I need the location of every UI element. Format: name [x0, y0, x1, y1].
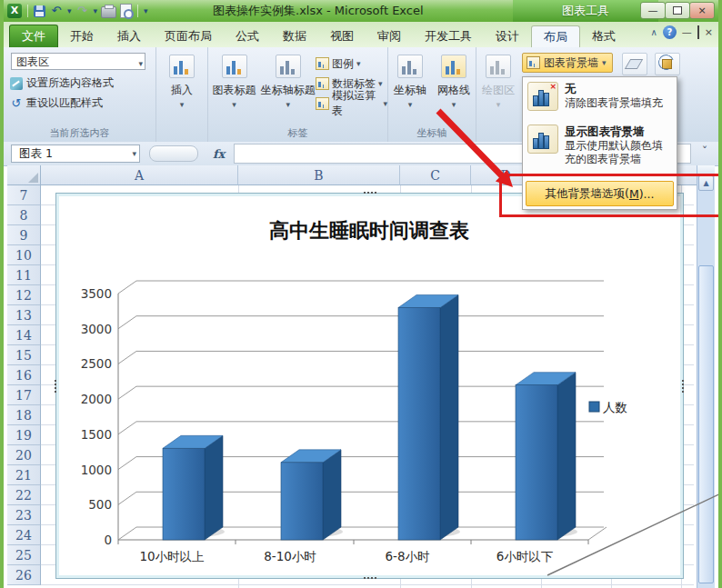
close-button[interactable]: ×	[689, 2, 715, 19]
chart-wall-button[interactable]: 图表背景墙 ▾	[522, 53, 613, 73]
gridlines-label: 网格线	[437, 83, 470, 98]
row-header-10[interactable]: 10	[7, 245, 41, 265]
row-header-17[interactable]: 17	[7, 385, 41, 405]
format-selection-label: 设置所选内容格式	[26, 75, 114, 91]
row-header-12[interactable]: 12	[7, 285, 41, 305]
bar-6-8小时[interactable]	[398, 294, 458, 540]
collapse-ribbon-icon[interactable]: ∧	[650, 27, 657, 37]
menu-item-none[interactable]: × 无 清除图表背景墙填充	[523, 77, 677, 115]
row-header-26[interactable]: 26	[7, 565, 41, 585]
tab-格式[interactable]: 格式	[580, 25, 627, 47]
chart-floor-button[interactable]	[622, 53, 647, 75]
bar-10小时以上[interactable]	[163, 435, 223, 540]
selector-value: 图表区	[16, 55, 49, 68]
row-header-18[interactable]: 18	[7, 405, 41, 425]
selection-handle[interactable]	[54, 379, 58, 394]
workbook-restore-button[interactable]	[697, 25, 699, 39]
restore-button[interactable]	[665, 2, 690, 19]
menu-item-show-wall[interactable]: 显示图表背景墙 显示使用默认颜色填充的图表背景墙	[523, 120, 677, 170]
scrollbar-thumb[interactable]	[698, 265, 714, 583]
tab-布局[interactable]: 布局	[531, 25, 580, 47]
undo-dropdown-icon[interactable]: ▾	[67, 6, 72, 15]
name-box[interactable]: 图表 1 ▾	[11, 145, 140, 163]
row-header-11[interactable]: 11	[7, 265, 41, 285]
quick-print-icon[interactable]	[101, 6, 116, 18]
row-header-16[interactable]: 16	[7, 365, 41, 385]
x-axis-label: 6小时以下	[496, 549, 554, 563]
legend-button[interactable]: 图例 ▾	[316, 55, 387, 73]
row-header-23[interactable]: 23	[7, 505, 41, 525]
axis-titles-button[interactable]: 坐标轴标题 ▾	[260, 47, 316, 124]
tab-数据[interactable]: 数据	[271, 25, 318, 47]
row-header-7[interactable]: 7	[7, 185, 41, 205]
row-header-14[interactable]: 14	[7, 325, 41, 345]
row-header-13[interactable]: 13	[7, 305, 41, 325]
chevron-down-icon: ▾	[286, 100, 290, 109]
chart-title-button[interactable]: 图表标题 ▾	[208, 47, 260, 124]
tab-开发工具[interactable]: 开发工具	[413, 25, 484, 47]
print-preview-icon[interactable]	[120, 4, 132, 18]
tab-开始[interactable]: 开始	[58, 25, 105, 47]
selection-handle[interactable]	[363, 576, 377, 581]
chart-title[interactable]: 高中生睡眠时间调查表	[269, 218, 469, 242]
selection-handle[interactable]	[681, 379, 686, 394]
chart-legend[interactable]: 人数	[589, 400, 627, 414]
row-header-20[interactable]: 20	[7, 445, 41, 465]
menu-item-title: 无	[565, 82, 672, 96]
tab-审阅[interactable]: 审阅	[366, 25, 413, 47]
title-bar: X ↶▾ ↷▾ ▾ 图表操作实例集.xlsx - Microsoft Excel…	[4, 0, 718, 22]
customize-qat-icon[interactable]: ▾	[144, 6, 148, 15]
gridlines-button[interactable]: 网格线 ▾	[432, 47, 476, 124]
chevron-down-icon[interactable]: ▾	[132, 149, 139, 158]
select-all-corner[interactable]	[7, 165, 41, 185]
row-header-25[interactable]: 25	[7, 545, 41, 565]
rotation-3d-button[interactable]	[655, 53, 680, 75]
selection-handle[interactable]	[363, 191, 377, 195]
tab-页面布局[interactable]: 页面布局	[153, 25, 224, 47]
row-header-24[interactable]: 24	[7, 525, 41, 545]
chart-object[interactable]: 高中生睡眠时间调查表050010001500200025003000350010…	[55, 193, 684, 579]
gridline	[118, 281, 136, 294]
row-header-9[interactable]: 9	[7, 225, 41, 245]
row-header-21[interactable]: 21	[7, 465, 41, 485]
column-header-A[interactable]: A	[41, 165, 238, 185]
group-insert: 插入 ▾	[156, 47, 208, 142]
row-header-19[interactable]: 19	[7, 425, 41, 445]
redo-icon: ↷	[75, 4, 90, 18]
row-header-15[interactable]: 15	[7, 345, 41, 365]
tab-设计[interactable]: 设计	[484, 25, 531, 47]
row-header-22[interactable]: 22	[7, 485, 41, 505]
redo-dropdown-icon[interactable]: ▾	[94, 6, 98, 15]
reset-style-button[interactable]: ↺ 重设以匹配样式	[7, 95, 105, 112]
workbook-close-button[interactable]: ×	[705, 25, 713, 39]
excel-logo-icon[interactable]: X	[7, 4, 22, 18]
format-selection-button[interactable]: 设置所选内容格式	[7, 75, 116, 92]
vertical-scrollbar[interactable]: ▲	[697, 165, 715, 588]
axes-button[interactable]: 坐标轴 ▾	[388, 47, 432, 124]
chart-elements-selector[interactable]: 图表区 ▾	[11, 53, 145, 70]
plot-area-label: 绘图区	[482, 83, 515, 98]
tab-公式[interactable]: 公式	[224, 25, 271, 47]
save-icon[interactable]	[34, 5, 45, 17]
expand-formula-bar-icon[interactable]: ˇ	[695, 144, 715, 164]
row-header-8[interactable]: 8	[7, 205, 41, 225]
workbook-minimize-button[interactable]: —	[682, 25, 692, 39]
minimize-button[interactable]: —	[640, 2, 666, 19]
excel-window: X ↶▾ ↷▾ ▾ 图表操作实例集.xlsx - Microsoft Excel…	[0, 0, 722, 588]
insert-function-button[interactable]: fx	[207, 147, 230, 161]
bar-8-10小时[interactable]	[281, 450, 341, 540]
column-header-C[interactable]: C	[400, 165, 471, 185]
file-tab[interactable]: 文件	[9, 25, 58, 47]
chevron-down-icon[interactable]: ▾	[138, 55, 143, 73]
y-axis-label: 2000	[81, 392, 112, 406]
insert-button[interactable]: 插入 ▾	[156, 47, 207, 124]
chart-floor-icon	[625, 59, 643, 69]
tab-插入[interactable]: 插入	[105, 25, 153, 47]
bar-6小时以下[interactable]	[516, 373, 576, 540]
data-table-button[interactable]: 模拟运算表 ▾	[316, 95, 387, 113]
chevron-down-icon: ▾	[602, 58, 607, 67]
help-icon[interactable]: ?	[663, 25, 677, 39]
undo-icon[interactable]: ↶	[49, 4, 64, 18]
tab-视图[interactable]: 视图	[318, 25, 366, 47]
column-header-B[interactable]: B	[238, 165, 400, 185]
